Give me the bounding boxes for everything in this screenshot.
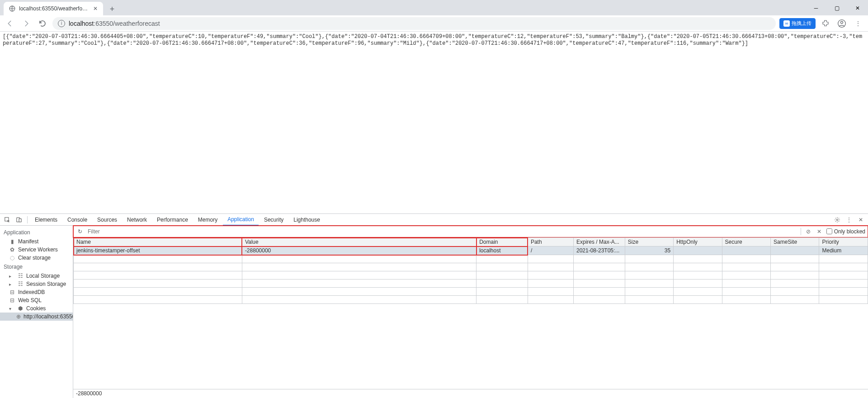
sidebar-item-cookies[interactable]: ⬢Cookies [0, 304, 73, 313]
devtools-close-icon[interactable]: ✕ [855, 217, 866, 223]
new-tab-button[interactable]: + [106, 3, 118, 15]
storage-icon: ☷ [17, 281, 24, 287]
cookies-table: Name Value Domain Path Expires / Max-A..… [73, 237, 868, 389]
col-name[interactable]: Name [74, 238, 242, 246]
devtools-settings-icon[interactable] [832, 217, 843, 223]
sidebar-item-local-storage[interactable]: ☷Local Storage [0, 272, 73, 280]
profile-button[interactable] [835, 17, 848, 30]
page-body-json: [{"date":"2020-07-03T21:46:30.6664405+08… [0, 32, 868, 213]
col-path[interactable]: Path [528, 238, 573, 246]
close-icon[interactable]: ✕ [93, 5, 98, 12]
globe-icon [9, 5, 15, 12]
database-icon: ◌ [9, 255, 15, 261]
sidebar-item-cookie-origin[interactable]: ⊕http://localhost:63550 [0, 313, 73, 321]
table-row[interactable] [74, 263, 868, 271]
database-icon: ⊟ [9, 289, 15, 295]
devtools-menu-icon[interactable]: ⋮ [844, 217, 854, 223]
clear-all-icon[interactable]: ⊘ [805, 228, 812, 235]
gear-icon: ✿ [9, 246, 15, 253]
cookie-icon: ⬢ [17, 305, 24, 312]
tab-network[interactable]: Network [123, 214, 151, 226]
cookie-row[interactable]: jenkins-timestamper-offset -28800000 loc… [74, 246, 868, 255]
back-button[interactable] [4, 17, 16, 30]
cloud-icon: ∞ [783, 20, 790, 27]
cookies-toolbar: ↻ ⊘ ✕ Only blocked [73, 226, 868, 237]
inspect-icon[interactable] [2, 217, 13, 223]
col-httponly[interactable]: HttpOnly [674, 238, 722, 246]
sidebar-item-indexeddb[interactable]: ⊟IndexedDB [0, 288, 73, 296]
sidebar-group-storage: Storage [0, 262, 73, 272]
reload-button[interactable] [36, 17, 49, 30]
svg-rect-5 [19, 218, 21, 222]
sidebar-group-application: Application [0, 227, 73, 237]
table-row[interactable] [74, 280, 868, 288]
sidebar-item-clear-storage[interactable]: ◌Clear storage [0, 254, 73, 262]
browser-tabstrip: localhost:63550/weatherforec ✕ + ─ ▢ ✕ [0, 0, 868, 15]
svg-point-2 [841, 21, 843, 24]
chrome-menu-button[interactable]: ⋮ [852, 17, 864, 30]
extensions-button[interactable] [819, 17, 832, 30]
col-domain[interactable]: Domain [476, 238, 528, 246]
sidebar-item-web-sql[interactable]: ⊟Web SQL [0, 296, 73, 304]
refresh-icon[interactable]: ↻ [76, 228, 84, 235]
tab-lighthouse[interactable]: Lighthouse [289, 214, 325, 226]
delete-icon[interactable]: ✕ [816, 228, 823, 235]
col-size[interactable]: Size [625, 238, 673, 246]
col-samesite[interactable]: SameSite [771, 238, 819, 246]
table-row[interactable] [74, 271, 868, 280]
tab-performance[interactable]: Performance [152, 214, 193, 226]
only-blocked-checkbox[interactable]: Only blocked [826, 228, 865, 235]
table-row[interactable] [74, 296, 868, 304]
col-priority[interactable]: Priority [819, 238, 868, 246]
device-toggle-icon[interactable] [14, 217, 24, 223]
tab-sources[interactable]: Sources [93, 214, 122, 226]
database-icon: ⊟ [9, 297, 15, 303]
site-info-icon[interactable]: i [58, 20, 65, 27]
cookie-detail-value: -28800000 [73, 389, 868, 398]
tab-application[interactable]: Application [223, 214, 259, 226]
upload-extension-badge[interactable]: ∞ 拖拽上传 [779, 18, 816, 29]
filter-input[interactable] [88, 228, 797, 235]
browser-tab[interactable]: localhost:63550/weatherforec ✕ [4, 2, 103, 15]
devtools-tabstrip: Elements Console Sources Network Perform… [0, 214, 868, 226]
table-header-row: Name Value Domain Path Expires / Max-A..… [74, 238, 868, 246]
address-bar[interactable]: i localhost:63550/weatherforecast [52, 17, 776, 30]
col-secure[interactable]: Secure [722, 238, 770, 246]
table-row[interactable] [74, 255, 868, 263]
forward-button[interactable] [20, 17, 33, 30]
table-row[interactable] [74, 288, 868, 296]
window-close-button[interactable]: ✕ [847, 1, 868, 15]
window-minimize-button[interactable]: ─ [806, 1, 826, 15]
tab-console[interactable]: Console [63, 214, 92, 226]
tab-elements[interactable]: Elements [30, 214, 62, 226]
storage-icon: ☷ [17, 273, 24, 279]
url-text: localhost:63550/weatherforecast [69, 20, 160, 27]
devtools-panel: Elements Console Sources Network Perform… [0, 213, 868, 398]
tab-security[interactable]: Security [259, 214, 288, 226]
devtools-sidebar: Application ▮Manifest ✿Service Workers ◌… [0, 226, 73, 398]
sidebar-item-manifest[interactable]: ▮Manifest [0, 237, 73, 246]
col-value[interactable]: Value [242, 238, 476, 246]
origin-icon: ⊕ [16, 313, 21, 320]
window-maximize-button[interactable]: ▢ [826, 1, 847, 15]
col-expires[interactable]: Expires / Max-A... [573, 238, 625, 246]
sidebar-item-session-storage[interactable]: ☷Session Storage [0, 280, 73, 288]
svg-point-6 [836, 219, 838, 221]
sidebar-item-service-workers[interactable]: ✿Service Workers [0, 246, 73, 254]
tab-title: localhost:63550/weatherforec [19, 5, 90, 12]
tab-memory[interactable]: Memory [193, 214, 222, 226]
browser-toolbar: i localhost:63550/weatherforecast ∞ 拖拽上传… [0, 15, 868, 32]
document-icon: ▮ [9, 238, 15, 245]
